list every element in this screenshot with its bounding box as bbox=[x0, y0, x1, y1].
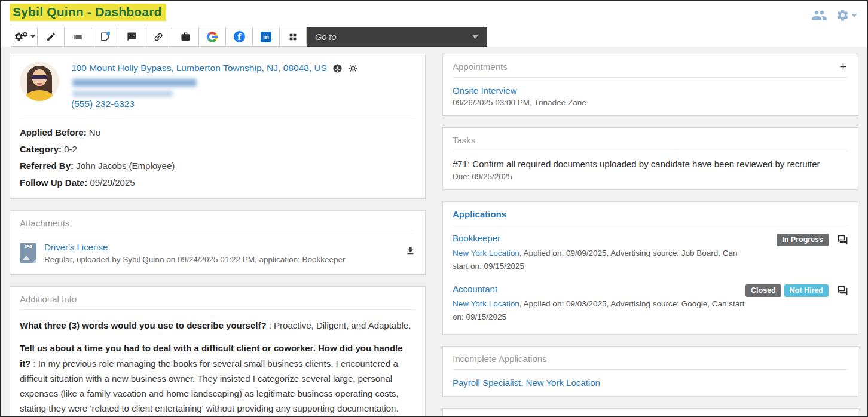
application-row: Accountant New York Location, Applied on… bbox=[453, 284, 848, 323]
redacted-line bbox=[72, 91, 173, 97]
facebook-icon: f bbox=[234, 31, 245, 42]
section-title: Applications bbox=[453, 209, 506, 219]
chat-bubble-icon bbox=[127, 32, 137, 42]
linkedin-search-button[interactable]: in bbox=[253, 27, 280, 47]
status-badge: Not Hired bbox=[784, 284, 829, 297]
field-applied-before: Applied Before: No bbox=[20, 127, 415, 137]
sun-gear-icon[interactable] bbox=[348, 63, 358, 73]
top-header: Sybil Quinn - Dashboard bbox=[1, 1, 867, 23]
note-icon bbox=[99, 31, 111, 42]
application-location-link[interactable]: New York Location bbox=[453, 299, 519, 308]
section-title: Attachments bbox=[20, 218, 69, 228]
actions-gears-dropdown-button[interactable] bbox=[11, 27, 38, 47]
task-row: #71: Confirm all required documents uplo… bbox=[453, 159, 848, 181]
right-column: Appointments Onsite Interview 09/26/2025… bbox=[442, 54, 858, 416]
application-location-link[interactable]: New York Location bbox=[453, 249, 519, 257]
incomplete-application-row: Payroll Specialist, New York Location bbox=[453, 378, 848, 388]
grid-icon bbox=[288, 32, 298, 42]
section-title: Hub Contents bbox=[453, 416, 511, 416]
tasks-card: Tasks #71: Confirm all required document… bbox=[442, 127, 858, 190]
attachments-card: Attachments JPG Driver's License Regular… bbox=[10, 210, 426, 275]
pencil-icon bbox=[46, 32, 56, 42]
status-badge: In Progress bbox=[777, 234, 829, 246]
edit-button[interactable] bbox=[38, 27, 65, 47]
section-title: Appointments bbox=[453, 62, 508, 72]
section-title: Tasks bbox=[453, 135, 475, 145]
links-button[interactable] bbox=[145, 27, 172, 47]
incomplete-position-link[interactable]: Payroll Specialist bbox=[453, 378, 521, 388]
task-title: #71: Confirm all required documents uplo… bbox=[453, 159, 848, 169]
goto-label: Go to bbox=[315, 32, 336, 42]
question-answer: Tell us about a time you had to deal wit… bbox=[20, 341, 415, 416]
list-button[interactable] bbox=[65, 27, 91, 47]
google-icon bbox=[207, 32, 218, 42]
email-redacted[interactable] bbox=[72, 79, 197, 87]
task-due-date: Due: 09/25/2025 bbox=[453, 172, 848, 181]
question-answer: What three (3) words would you use to de… bbox=[20, 318, 415, 333]
google-search-button[interactable] bbox=[199, 27, 226, 47]
field-follow-up-date: Follow Up Date: 09/29/2025 bbox=[20, 177, 415, 188]
chevron-down-icon bbox=[851, 14, 857, 17]
settings-gear-icon[interactable] bbox=[836, 8, 857, 22]
notes-button[interactable] bbox=[91, 27, 118, 47]
field-category: Category: 0-2 bbox=[20, 144, 415, 154]
incomplete-location-link[interactable]: New York Location bbox=[526, 378, 600, 388]
hub-contents-card: Hub Contents pdf Sybil Quinn Resume Uplo… bbox=[442, 408, 858, 416]
soccer-ball-icon[interactable] bbox=[332, 63, 343, 73]
facebook-search-button[interactable]: f bbox=[226, 27, 253, 47]
group-icon[interactable] bbox=[811, 7, 827, 23]
apps-grid-button[interactable] bbox=[280, 27, 307, 47]
appointment-link[interactable]: Onsite Interview bbox=[453, 85, 517, 96]
jobs-button[interactable] bbox=[172, 27, 199, 47]
toolbar: f in Go to bbox=[11, 27, 867, 47]
comments-icon[interactable] bbox=[837, 285, 848, 296]
field-referred-by: Referred By: John Jacobs (Employee) bbox=[20, 161, 415, 171]
appointments-card: Appointments Onsite Interview 09/26/2025… bbox=[442, 54, 858, 116]
application-meta: New York Location, Applied on: 09/03/202… bbox=[453, 298, 753, 323]
application-position-link[interactable]: Accountant bbox=[453, 284, 497, 294]
goto-dropdown[interactable]: Go to bbox=[307, 27, 487, 47]
phone-link[interactable]: (555) 232-6323 bbox=[71, 99, 135, 109]
briefcase-icon bbox=[181, 32, 191, 42]
appointment-row: Onsite Interview 09/26/2025 03:00 PM, Tr… bbox=[453, 85, 848, 107]
application-position-link[interactable]: Bookkeeper bbox=[453, 233, 500, 243]
messages-button[interactable] bbox=[118, 27, 145, 47]
additional-info-card: Additional Info What three (3) words wou… bbox=[10, 286, 426, 416]
comments-icon[interactable] bbox=[837, 234, 848, 246]
left-column: 100 Mount Holly Bypass, Lumberton Townsh… bbox=[10, 54, 426, 416]
application-meta: New York Location, Applied on: 09/09/202… bbox=[453, 247, 753, 272]
incomplete-applications-card: Incomplete Applications Payroll Speciali… bbox=[442, 346, 858, 397]
status-badge: Closed bbox=[745, 284, 781, 297]
chevron-down-icon bbox=[30, 35, 35, 38]
attachment-name-link[interactable]: Driver's License bbox=[44, 242, 108, 252]
chevron-down-icon bbox=[472, 35, 479, 39]
add-appointment-button[interactable] bbox=[838, 62, 848, 72]
chain-link-icon bbox=[151, 29, 166, 44]
avatar bbox=[20, 62, 59, 101]
attachment-row: JPG Driver's License Regular, uploaded b… bbox=[20, 242, 415, 266]
page-title: Sybil Quinn - Dashboard bbox=[10, 4, 166, 21]
address-link[interactable]: 100 Mount Holly Bypass, Lumberton Townsh… bbox=[71, 63, 327, 73]
application-row: Bookkeeper New York Location, Applied on… bbox=[453, 233, 848, 272]
download-icon[interactable] bbox=[405, 242, 415, 256]
section-title: Additional Info bbox=[20, 294, 77, 304]
linkedin-icon: in bbox=[261, 32, 271, 42]
appointment-details: 09/26/2025 03:00 PM, Trinadee Zane bbox=[453, 98, 848, 107]
section-title: Incomplete Applications bbox=[453, 354, 547, 364]
jpg-file-icon: JPG bbox=[20, 243, 36, 263]
attachment-details: Regular, uploaded by Sybil Quinn on 09/2… bbox=[44, 254, 398, 266]
candidate-profile-card: 100 Mount Holly Bypass, Lumberton Townsh… bbox=[10, 54, 426, 199]
list-icon bbox=[72, 32, 83, 42]
main-content: 100 Mount Holly Bypass, Lumberton Townsh… bbox=[1, 47, 867, 416]
applications-card: Applications Bookkeeper New York Locatio… bbox=[442, 201, 858, 335]
